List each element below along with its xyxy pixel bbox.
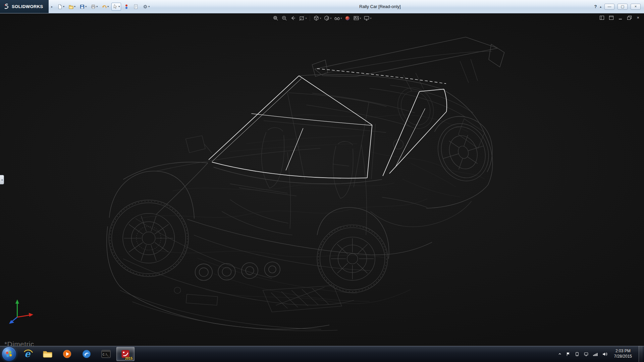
edit-appearance-icon xyxy=(344,15,351,21)
help-icon[interactable]: ? xyxy=(594,4,597,9)
internet-explorer-icon: e xyxy=(23,349,34,359)
solidworks-logo: SOLIDWORKS xyxy=(0,0,49,13)
close-button[interactable]: × xyxy=(631,4,641,10)
view-orientation-icon xyxy=(313,15,319,21)
titlebar[interactable]: SOLIDWORKS ▸ ▾ ▾ xyxy=(0,0,644,13)
previous-view-icon xyxy=(290,15,296,21)
document-restore-button[interactable] xyxy=(627,16,632,20)
start-button[interactable] xyxy=(2,347,16,361)
open-icon xyxy=(68,4,74,9)
command-prompt-icon: C:\_ xyxy=(101,349,111,359)
rebuild-button[interactable] xyxy=(122,3,130,11)
action-center-flag-icon xyxy=(566,352,571,357)
dropdown-caret-icon: ▾ xyxy=(305,17,307,20)
featuremanager-pane-button[interactable] xyxy=(600,16,604,20)
view-settings-icon xyxy=(364,15,370,21)
folder-icon xyxy=(42,349,53,359)
solidworks-wordmark: SOLIDWORKS xyxy=(12,4,43,9)
document-close-button[interactable]: × xyxy=(637,15,639,20)
minimize-icon xyxy=(619,16,622,20)
show-hidden-icons-button[interactable] xyxy=(558,352,562,356)
split-pane-icon xyxy=(609,16,613,20)
taskbar-item-command-prompt[interactable]: C:\_ xyxy=(97,347,115,361)
dropdown-caret-icon: ▾ xyxy=(341,17,342,20)
minimize-button[interactable]: — xyxy=(604,4,614,10)
menu-expand-arrow-icon[interactable]: ▸ xyxy=(51,5,53,8)
select-button[interactable]: ▾ xyxy=(111,3,121,11)
maximize-button[interactable]: ▢ xyxy=(618,4,628,10)
section-view-icon xyxy=(299,15,305,21)
taskbar-item-internet-explorer[interactable]: e xyxy=(19,347,37,361)
wireframe-car-model xyxy=(0,13,644,346)
action-center-button[interactable] xyxy=(566,352,571,357)
section-view-button[interactable]: ▾ xyxy=(298,15,307,22)
new-document-button[interactable]: ▾ xyxy=(56,3,66,11)
taskbar-item-windows-explorer[interactable] xyxy=(39,347,57,361)
display-style-icon xyxy=(323,15,330,21)
orientation-triad xyxy=(9,299,33,324)
file-properties-button[interactable] xyxy=(132,3,140,11)
show-hidden-icons-icon xyxy=(558,352,562,356)
menu-bar-toolbar: ▾ ▾ ▾ xyxy=(56,3,151,11)
zoom-to-area-button[interactable] xyxy=(281,15,288,22)
system-tray: 2:03 PM 7/28/2015 xyxy=(558,346,644,362)
wireframe-detail-lines xyxy=(140,115,485,304)
media-player-icon xyxy=(62,349,72,359)
show-desktop-button[interactable] xyxy=(639,346,643,362)
collapse-arrow-icon: ◄ xyxy=(1,179,3,181)
undo-icon xyxy=(102,4,107,9)
print-button[interactable]: ▾ xyxy=(89,3,99,11)
taskbar-item-media-player[interactable] xyxy=(58,347,76,361)
previous-view-button[interactable] xyxy=(289,15,297,22)
clock-date: 7/28/2015 xyxy=(614,354,632,359)
taskbar-item-solidworks-2015[interactable]: 2015 xyxy=(116,347,135,361)
save-button[interactable]: ▾ xyxy=(78,3,88,11)
open-button[interactable]: ▾ xyxy=(67,3,77,11)
window-title: Rally Car [Read-only] xyxy=(359,4,401,9)
featuremanager-pane-icon xyxy=(600,16,604,20)
highlighted-glass-edges xyxy=(209,69,447,178)
undo-button[interactable]: ▾ xyxy=(100,3,110,11)
split-pane-button[interactable] xyxy=(609,16,613,20)
display-style-button[interactable]: ▾ xyxy=(323,15,332,22)
save-icon xyxy=(79,4,85,9)
network-icon xyxy=(593,352,598,357)
network-button[interactable] xyxy=(593,352,598,357)
zoom-to-fit-button[interactable] xyxy=(272,15,279,22)
collapse-icon[interactable]: ▴ xyxy=(600,5,601,8)
svg-text:C:\_: C:\_ xyxy=(103,353,109,356)
dropdown-caret-icon: ▾ xyxy=(85,5,87,8)
windows-flag-icon xyxy=(5,350,13,358)
dropdown-caret-icon: ▾ xyxy=(320,17,321,20)
taskbar: e xyxy=(0,346,644,362)
volume-icon xyxy=(602,352,607,357)
select-cursor-icon xyxy=(113,4,118,9)
edit-appearance-button[interactable] xyxy=(344,15,351,22)
apply-scene-icon xyxy=(353,15,360,21)
hide-show-items-button[interactable]: ▾ xyxy=(334,15,342,22)
graphics-viewport[interactable]: ▾ ▾ ▾ ▾ xyxy=(0,13,644,346)
wireframe-secondary-lines xyxy=(120,51,492,331)
taskbar-item-blue-app[interactable] xyxy=(77,347,96,361)
heads-up-view-toolbar: ▾ ▾ ▾ ▾ xyxy=(272,15,372,22)
dropdown-caret-icon: ▾ xyxy=(370,17,372,20)
version-badge: 2015 xyxy=(125,357,132,360)
device-icon xyxy=(575,352,580,357)
solidworks-logo-icon xyxy=(3,4,9,10)
view-orientation-button[interactable]: ▾ xyxy=(313,15,321,22)
wireframe-main-lines xyxy=(107,37,504,329)
taskbar-clock[interactable]: 2:03 PM 7/28/2015 xyxy=(611,349,635,359)
volume-button[interactable] xyxy=(602,352,607,357)
document-minimize-button[interactable] xyxy=(619,16,622,20)
device-button[interactable] xyxy=(575,352,580,357)
apply-scene-button[interactable]: ▾ xyxy=(353,15,362,22)
dropdown-caret-icon: ▾ xyxy=(118,5,120,8)
blue-app-icon xyxy=(82,349,92,359)
view-settings-button[interactable]: ▾ xyxy=(363,15,372,22)
options-button[interactable]: ▾ xyxy=(141,3,151,11)
display-button[interactable] xyxy=(584,352,589,357)
print-icon xyxy=(91,4,96,9)
collapsed-panel-tab[interactable]: ◄ xyxy=(0,175,4,184)
zoom-to-area-icon xyxy=(281,15,287,21)
desktop-screen: SOLIDWORKS ▸ ▾ ▾ xyxy=(0,0,644,362)
